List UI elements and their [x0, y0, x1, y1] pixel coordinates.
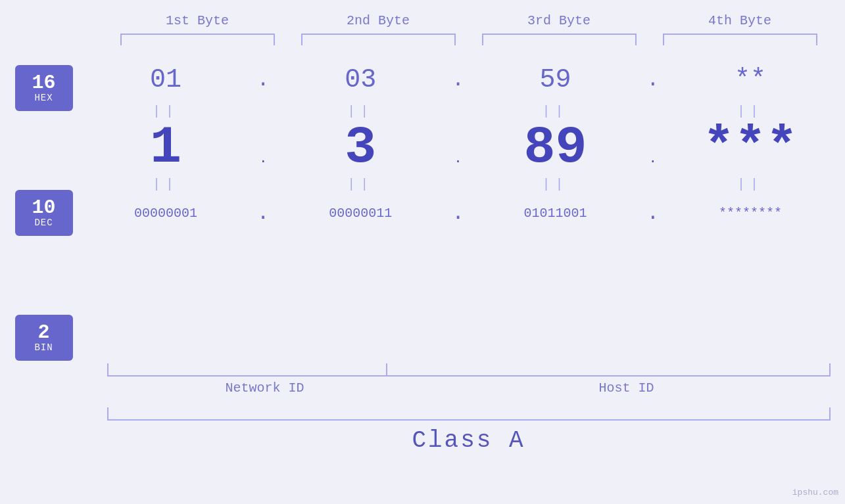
eq1: ||: [90, 104, 241, 119]
bin-row: 00000001 . 00000011 . 01011001 . *******…: [86, 195, 831, 232]
class-label: Class A: [107, 427, 831, 454]
equals-row-2: || || || ||: [86, 174, 831, 195]
eq8: ||: [675, 177, 826, 192]
bottom-brackets: [107, 363, 831, 377]
dec-row: 1 . 3 . 89 . ***: [86, 122, 831, 174]
eq7: ||: [480, 177, 631, 192]
bin-val-2: 00000011: [285, 206, 436, 221]
footer-section: Class A: [107, 407, 831, 454]
bin-label: BIN: [34, 342, 53, 353]
bin-num: 2: [37, 323, 49, 342]
sep-d2: .: [445, 151, 471, 174]
watermark: ipshu.com: [792, 488, 838, 497]
dec-val-2: 3: [285, 122, 436, 174]
top-brackets: [107, 34, 831, 45]
byte-header-3: 3rd Byte: [493, 13, 625, 28]
top-bracket-1: [120, 34, 275, 45]
sep-b2: .: [445, 201, 471, 225]
hex-val-3: 59: [480, 65, 631, 95]
sep-h1: .: [250, 68, 276, 92]
hex-label: HEX: [34, 93, 53, 103]
eq6: ||: [285, 177, 436, 192]
sep-h2: .: [445, 68, 471, 92]
top-bracket-2: [301, 34, 456, 45]
host-id-label: Host ID: [423, 380, 831, 396]
eq2: ||: [285, 104, 436, 119]
hex-val-4: **: [675, 65, 826, 95]
dec-val-3: 89: [480, 122, 631, 174]
main-content: 16 HEX 10 DEC 2 BIN 01 . 03 . 59 . **: [15, 58, 831, 361]
dec-label: DEC: [34, 218, 53, 228]
dec-val-1: 1: [90, 122, 241, 174]
dec-val-4: ***: [675, 122, 826, 174]
hex-num: 16: [32, 73, 55, 93]
sep-d1: .: [250, 151, 276, 174]
top-bracket-4: [663, 34, 817, 45]
sep-b1: .: [250, 201, 276, 225]
eq5: ||: [90, 177, 241, 192]
id-labels: Network ID Host ID: [107, 380, 831, 396]
labels-column: 16 HEX 10 DEC 2 BIN: [15, 65, 73, 361]
byte-header-1: 1st Byte: [132, 13, 263, 28]
main-container: 1st Byte 2nd Byte 3rd Byte 4th Byte 16 H…: [0, 0, 845, 504]
byte-header-2: 2nd Byte: [312, 13, 444, 28]
bin-val-3: 01011001: [480, 206, 631, 221]
bin-val-4: ********: [675, 206, 826, 221]
byte-headers-row: 1st Byte 2nd Byte 3rd Byte 4th Byte: [107, 13, 831, 28]
bin-badge: 2 BIN: [15, 315, 73, 361]
bin-val-1: 00000001: [90, 206, 241, 221]
sep-h3: .: [640, 68, 666, 92]
hex-val-2: 03: [285, 65, 436, 95]
sep-d3: .: [640, 151, 666, 174]
values-grid: 01 . 03 . 59 . ** || || || || 1 .: [86, 58, 831, 232]
eq4: ||: [675, 104, 826, 119]
hex-val-1: 01: [90, 65, 241, 95]
class-bracket: [107, 407, 831, 421]
dec-num: 10: [32, 198, 55, 218]
hex-row: 01 . 03 . 59 . **: [86, 58, 831, 101]
bottom-section: Network ID Host ID: [107, 363, 831, 396]
hex-badge: 16 HEX: [15, 65, 73, 111]
top-bracket-3: [482, 34, 637, 45]
dec-badge: 10 DEC: [15, 190, 73, 236]
network-id-label: Network ID: [107, 380, 423, 396]
sep-b3: .: [640, 201, 666, 225]
byte-header-4: 4th Byte: [674, 13, 806, 28]
eq3: ||: [480, 104, 631, 119]
host-bracket: [386, 363, 830, 377]
network-bracket: [107, 363, 388, 377]
